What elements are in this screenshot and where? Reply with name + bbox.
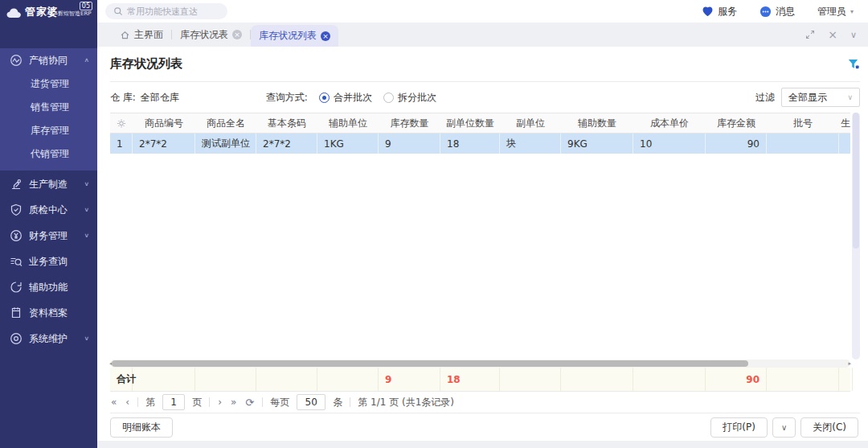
- page-number-input[interactable]: [162, 394, 185, 410]
- message-link[interactable]: 消息: [760, 5, 795, 18]
- column-header[interactable]: 副单位数量: [440, 113, 500, 133]
- assist-icon: [10, 281, 23, 294]
- warehouse-value[interactable]: 全部仓库: [141, 91, 179, 105]
- pagination-divider: [209, 397, 210, 407]
- sidebar-group-header-auxiliary[interactable]: 辅助功能: [0, 275, 97, 299]
- horizontal-scrollbar[interactable]: ◂ ▸: [110, 360, 850, 368]
- radio-split-batch[interactable]: 拆分批次: [383, 91, 436, 105]
- sidebar: 管家婆 辉煌智造ERP 05 产销协同 ∧ 进货管理 销售管理 库存管理 代销管…: [0, 0, 97, 448]
- column-header[interactable]: 副单位: [500, 113, 561, 133]
- column-settings-button[interactable]: [110, 113, 133, 133]
- sidebar-submenu: 进货管理 销售管理 库存管理 代销管理: [0, 72, 97, 166]
- column-header[interactable]: 商品编号: [133, 113, 195, 133]
- filter-label: 过滤: [755, 91, 775, 105]
- close-tab-icon[interactable]: ×: [232, 30, 242, 39]
- sidebar-item-inventory[interactable]: 库存管理: [0, 119, 97, 142]
- per-page-unit: 条: [333, 396, 342, 409]
- totals-row: 合计 9 18 90: [110, 368, 850, 392]
- search-input[interactable]: [127, 6, 215, 17]
- sidebar-group-header-archives[interactable]: 资料档案: [0, 301, 97, 325]
- vertical-scrollbar[interactable]: [852, 113, 860, 360]
- sidebar-group-header-business-query[interactable]: 业务查询: [0, 249, 97, 273]
- cell-sub-unit: 块: [500, 134, 561, 154]
- column-header[interactable]: 库存数量: [379, 113, 440, 133]
- service-label: 服务: [718, 5, 737, 18]
- collapse-chevron-icon[interactable]: ∨: [850, 30, 857, 40]
- page-header: 库存状况列表: [110, 47, 860, 82]
- cell-sub-unit-qty: 18: [440, 134, 500, 154]
- prev-page-button[interactable]: ‹: [125, 397, 130, 408]
- message-icon: [760, 6, 772, 18]
- top-bar: 服务 消息 管理员 ▾: [97, 0, 868, 23]
- column-header[interactable]: 库存金额: [706, 113, 767, 133]
- column-header[interactable]: 成本单价: [633, 113, 706, 133]
- sidebar-group-production-sales: 产销协同 ∧ 进货管理 销售管理 库存管理 代销管理: [0, 48, 97, 171]
- column-header[interactable]: 基本条码: [256, 113, 317, 133]
- per-page-label: 每页: [270, 396, 289, 409]
- service-link[interactable]: 服务: [702, 5, 737, 18]
- gear-icon: [117, 118, 126, 129]
- column-header[interactable]: 批号: [767, 113, 839, 133]
- close-icon[interactable]: ×: [828, 28, 837, 41]
- cell-product-code: 2*7*2: [133, 134, 195, 154]
- radio-merge-batch[interactable]: 合并批次: [319, 91, 372, 105]
- column-header[interactable]: 辅助单位: [317, 113, 379, 133]
- table-empty-area: [110, 154, 850, 360]
- search-icon: [113, 6, 123, 16]
- sidebar-group-manufacturing: 生产制造 ∨: [0, 172, 97, 196]
- column-header[interactable]: 辅助数量: [561, 113, 633, 133]
- close-button[interactable]: 关闭(C): [800, 417, 858, 438]
- page-suffix-label: 页: [192, 396, 202, 409]
- per-page-input[interactable]: [297, 394, 326, 410]
- tab-home[interactable]: 主界面: [112, 23, 171, 47]
- first-page-button[interactable]: «: [110, 397, 117, 408]
- sidebar-group-header-system[interactable]: 系统维护 ∨: [0, 327, 97, 351]
- search-doc-icon: [10, 255, 23, 268]
- quick-search[interactable]: [105, 3, 227, 19]
- radio-selected-icon: [319, 92, 330, 103]
- shield-check-icon: [10, 203, 23, 216]
- page-title: 库存状况列表: [110, 56, 182, 72]
- cell-prod-date: [839, 134, 853, 154]
- column-header[interactable]: 商品全名: [195, 113, 256, 133]
- sidebar-item-purchase[interactable]: 进货管理: [0, 72, 97, 96]
- sidebar-group-finance: 财务管理 ∨: [0, 224, 97, 248]
- scroll-right-icon[interactable]: ▸: [848, 360, 851, 368]
- maximize-icon[interactable]: [805, 30, 815, 39]
- vertical-scrollbar-thumb[interactable]: [853, 113, 859, 249]
- pagination-summary: 第 1/1 页 (共1条记录): [358, 396, 454, 409]
- tab-inventory-status-list[interactable]: 库存状况列表 ×: [251, 25, 338, 47]
- sidebar-group-header-quality[interactable]: 质检中心 ∨: [0, 198, 97, 222]
- chevron-down-icon: ∨: [847, 93, 853, 101]
- last-page-button[interactable]: »: [230, 397, 237, 408]
- horizontal-scrollbar-thumb[interactable]: [112, 360, 748, 367]
- column-header[interactable]: 生: [839, 113, 852, 133]
- next-page-button[interactable]: ›: [217, 397, 223, 408]
- sidebar-group-header-finance[interactable]: 财务管理 ∨: [0, 224, 97, 248]
- filter-selected-value: 全部显示: [788, 91, 847, 105]
- sidebar-item-sales[interactable]: 销售管理: [0, 96, 97, 119]
- page-content: 库存状况列表 仓 库: 全部仓库 查询方式: 合并批次: [97, 47, 868, 441]
- topbar-right: 服务 消息 管理员 ▾: [702, 5, 854, 18]
- sidebar-item-consignment[interactable]: 代销管理: [0, 142, 97, 166]
- chevron-down-icon: ∨: [84, 335, 89, 342]
- pagination-divider: [262, 397, 263, 407]
- caret-down-icon: ▾: [850, 8, 854, 15]
- cell-barcode: 2*7*2: [256, 134, 317, 154]
- print-button[interactable]: 打印(P): [710, 417, 768, 438]
- close-tab-icon[interactable]: ×: [321, 31, 330, 41]
- sidebar-group-header-manufacturing[interactable]: 生产制造 ∨: [0, 172, 97, 196]
- detail-ledger-button[interactable]: 明细账本: [110, 417, 173, 438]
- brand-subtitle: 辉煌智造ERP: [58, 10, 92, 18]
- tab-inventory-status[interactable]: 库存状况表 ×: [172, 23, 250, 47]
- pulse-circle-icon: [10, 54, 23, 67]
- footer-right-buttons: 打印(P) ∨ 关闭(C): [710, 417, 860, 438]
- user-menu[interactable]: 管理员 ▾: [817, 5, 854, 18]
- print-dropdown-button[interactable]: ∨: [772, 417, 796, 438]
- sidebar-group-header-production-sales[interactable]: 产销协同 ∧: [0, 48, 97, 72]
- filter-funnel-icon[interactable]: [847, 58, 860, 70]
- brand-logo: 管家婆 辉煌智造ERP 05: [0, 0, 97, 45]
- table-row[interactable]: 1 2*7*2 测试副单位 2*7*2 1KG 9 18 块 9KG 10 90: [110, 134, 850, 154]
- refresh-icon[interactable]: ⟳: [244, 397, 255, 409]
- filter-select[interactable]: 全部显示 ∨: [781, 88, 860, 107]
